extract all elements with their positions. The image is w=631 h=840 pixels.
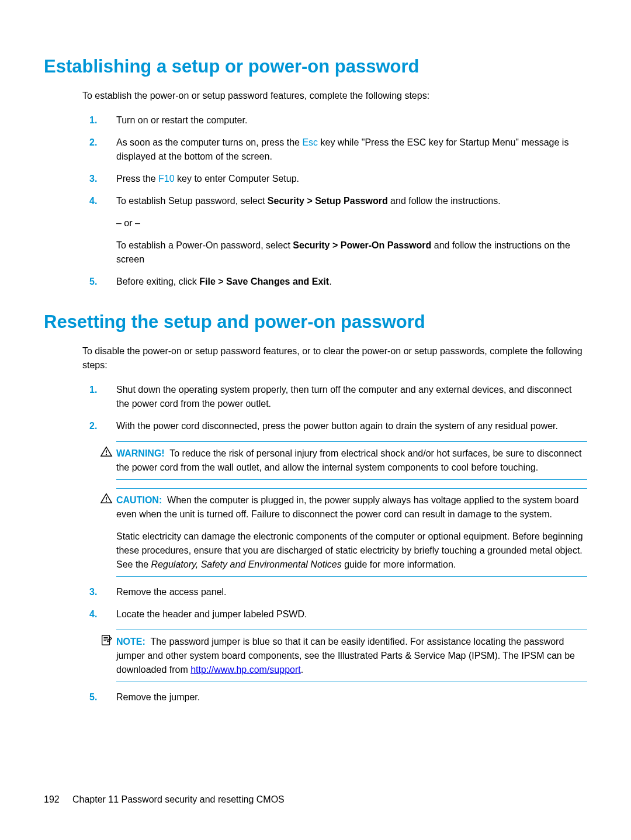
step-text: Remove the access panel. [116,587,227,597]
intro-s1: To establish the power-on or setup passw… [82,89,587,103]
page-footer: 192 Chapter 11 Password security and res… [44,794,285,805]
alert-title: WARNING! [116,448,165,458]
warning-alert: WARNING! To reduce the risk of personal … [116,441,587,480]
support-link[interactable]: http://www.hp.com/support [190,665,301,675]
list-item: 4.Locate the header and jumper labeled P… [89,607,587,682]
svg-point-1 [106,454,107,455]
heading-resetting: Resetting the setup and power-on passwor… [44,311,587,333]
steps-section1: 1.Turn on or restart the computer.2.As s… [89,113,587,289]
alert-body: The password jumper is blue so that it c… [116,637,575,675]
alert-para: Static electricity can damage the electr… [116,530,587,572]
step-number: 4. [89,607,97,621]
caution-alert: CAUTION: When the computer is plugged in… [116,488,587,577]
step-number: 4. [89,194,97,208]
step-number: 1. [89,383,97,397]
step-number: 3. [89,585,97,599]
step-text: Locate the header and jumper labeled PSW… [116,609,307,619]
heading-establishing: Establishing a setup or power-on passwor… [44,56,587,77]
step-text: Press the F10 key to enter Computer Setu… [116,174,299,184]
step-sub: To establish a Power-On password, select… [116,238,587,267]
list-item: 5.Remove the jumper. [89,690,587,704]
step-number: 2. [89,136,97,150]
list-item: 4.To establish Setup password, select Se… [89,194,587,267]
step-text: Turn on or restart the computer. [116,115,247,125]
step-text: With the power cord disconnected, press … [116,421,558,431]
page-number: 192 [44,794,60,804]
steps-section2: 1.Shut down the operating system properl… [89,383,587,704]
list-item: 5.Before exiting, click File > Save Chan… [89,275,587,289]
alert-body: To reduce the risk of personal injury fr… [116,448,582,472]
step-text: As soon as the computer turns on, press … [116,137,568,161]
intro-s2: To disable the power-on or setup passwor… [82,344,587,372]
step-number: 3. [89,172,97,186]
caution-icon [100,492,113,505]
alert-title: CAUTION: [116,495,162,505]
alert-title: NOTE: [116,637,145,647]
list-item: 1.Shut down the operating system properl… [89,383,587,411]
note-icon [100,634,113,647]
list-item: 2.With the power cord disconnected, pres… [89,419,587,577]
step-number: 1. [89,113,97,127]
svg-point-3 [106,501,107,502]
step-text: Remove the jumper. [116,692,200,702]
list-item: 3.Remove the access panel. [89,585,587,599]
step-number: 5. [89,275,97,289]
alert-body: When the computer is plugged in, the pow… [116,495,579,519]
step-number: 5. [89,690,97,704]
page-container: Establishing a setup or power-on passwor… [0,0,631,840]
chapter-title: Chapter 11 Password security and resetti… [72,794,285,804]
step-text: Before exiting, click File > Save Change… [116,276,332,286]
step-sub: – or – [116,216,587,230]
list-item: 2.As soon as the computer turns on, pres… [89,136,587,164]
step-text: Shut down the operating system properly,… [116,385,571,409]
list-item: 1.Turn on or restart the computer. [89,113,587,127]
step-number: 2. [89,419,97,433]
warning-icon [100,445,113,458]
step-text: To establish Setup password, select Secu… [116,196,501,206]
list-item: 3.Press the F10 key to enter Computer Se… [89,172,587,186]
note-alert: NOTE: The password jumper is blue so tha… [116,630,587,682]
